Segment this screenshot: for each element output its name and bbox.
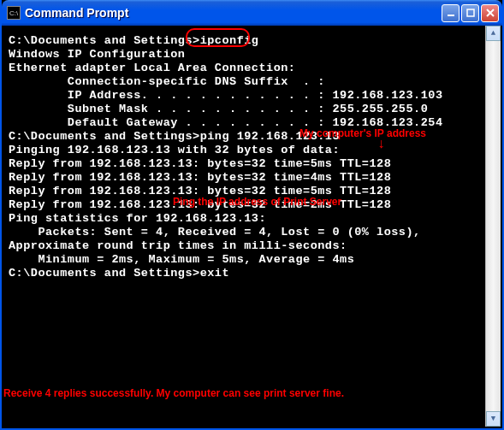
scroll-up-button[interactable]: ▲: [486, 26, 501, 41]
command-prompt-window: C:\ Command Prompt C:\Documents and Sett…: [0, 0, 504, 430]
output-line: Ping statistics for 192.168.123.13:: [9, 212, 495, 226]
close-button[interactable]: [481, 4, 499, 22]
titlebar[interactable]: C:\ Command Prompt: [2, 0, 502, 26]
svg-rect-1: [467, 9, 474, 16]
maximize-button[interactable]: [461, 4, 479, 22]
prompt-text: C:\Documents and Settings>: [9, 34, 200, 47]
terminal-area[interactable]: C:\Documents and Settings>ipconfig Windo…: [2, 26, 502, 289]
svg-rect-0: [448, 15, 454, 16]
ip-address-annotation: My computer's IP address: [299, 127, 426, 140]
prompt-line-3: C:\Documents and Settings>exit: [9, 267, 495, 280]
cmd-icon: C:\: [7, 6, 21, 20]
ipconfig-circle-annotation: [186, 28, 250, 47]
output-line: Connection-specific DNS Suffix . :: [9, 75, 495, 89]
down-arrow-icon: ↓: [377, 138, 386, 151]
scrollbar-track[interactable]: [486, 41, 501, 411]
prompt-text: C:\Documents and Settings>: [9, 267, 200, 280]
window-title: Command Prompt: [25, 6, 442, 20]
output-line: Subnet Mask . . . . . . . . . . . : 255.…: [9, 103, 495, 116]
success-annotation: Receive 4 replies successfully. My compu…: [3, 386, 344, 400]
output-line: Reply from 192.168.123.13: bytes=32 time…: [9, 157, 495, 171]
chevron-down-icon: ▼: [491, 415, 495, 423]
window-controls: [442, 4, 499, 22]
prompt-text: C:\Documents and Settings>: [9, 130, 200, 143]
chevron-up-icon: ▲: [491, 29, 495, 38]
output-line: Windows IP Configuration: [9, 48, 495, 62]
output-line: Minimum = 2ms, Maximum = 5ms, Average = …: [9, 253, 495, 267]
output-line: Approximate round trip times in milli-se…: [9, 239, 495, 253]
output-line: Pinging 192.168.123.13 with 32 bytes of …: [9, 144, 495, 157]
command-exit: exit: [200, 267, 229, 280]
output-line: Reply from 192.168.123.13: bytes=32 time…: [9, 171, 495, 185]
vertical-scrollbar[interactable]: ▲ ▼: [485, 26, 501, 427]
minimize-button[interactable]: [442, 4, 460, 22]
output-line: IP Address. . . . . . . . . . . . : 192.…: [9, 89, 495, 103]
ping-annotation: Ping the IP address of Print Server: [173, 195, 341, 209]
cmd-icon-text: C:\: [9, 9, 18, 17]
output-line: Packets: Sent = 4, Received = 4, Lost = …: [9, 226, 495, 239]
prompt-line-1: C:\Documents and Settings>ipconfig: [9, 34, 495, 48]
output-line: Ethernet adapter Local Area Connection:: [9, 62, 495, 75]
scroll-down-button[interactable]: ▼: [486, 411, 501, 427]
